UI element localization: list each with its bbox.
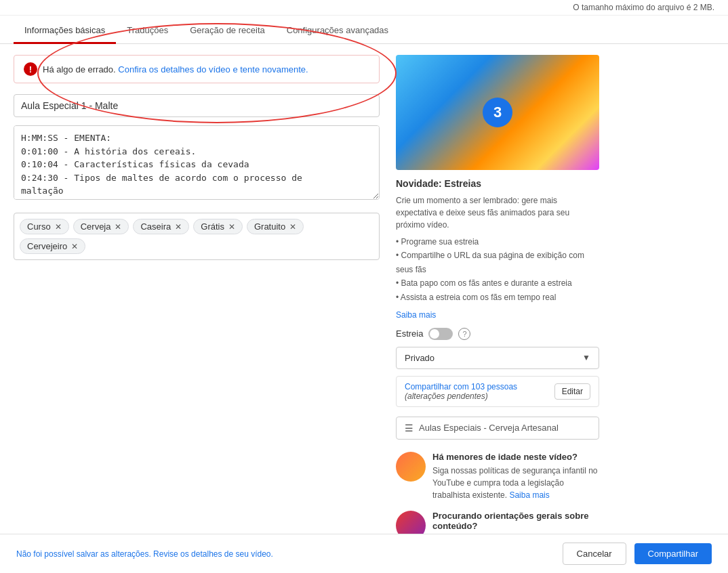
tag-chip: Curso ✕ [20,219,69,234]
tabs-bar: Informações básicas Traduções Geração de… [0,18,728,44]
tag-remove[interactable]: ✕ [228,222,235,232]
visibility-dropdown[interactable]: Privado ▼ [396,347,599,369]
dropdown-value: Privado [405,353,434,363]
tag-remove[interactable]: ✕ [175,222,182,232]
tag-remove[interactable]: ✕ [55,222,62,232]
title-input[interactable] [14,94,380,117]
tags-area: Curso ✕Cerveja ✕Caseira ✕Grátis ✕Gratuit… [14,213,380,260]
share-text: Compartilhar com 103 pessoas (alterações… [405,382,554,401]
error-link[interactable]: Confira os detalhes do vídeo e tente nov… [118,64,308,75]
description-wrapper: H:MM:SS - EMENTA: 0:01:00 - A história d… [14,125,380,202]
tab-configuracoes-avancadas[interactable]: Configurações avançadas [276,18,399,44]
age-body: Siga nossas políticas de segurança infan… [432,465,599,501]
age-avatar [396,452,426,482]
age-text: Há menores de idade neste vídeo? Siga no… [432,452,599,501]
tag-remove[interactable]: ✕ [71,242,78,251]
novidade-list-item-4: • Assista a estreia com os fãs em tempo … [396,291,599,304]
tag-chip: Cervejeiro ✕ [20,238,85,254]
error-banner: ! Há algo de errado. Confira os detalhes… [14,55,380,83]
estreia-label: Estreia [396,328,423,339]
help-icon[interactable]: ? [458,328,470,340]
novidade-list: • Programe sua estreia • Compartilhe o U… [396,235,599,304]
tab-informacoes-basicas[interactable]: Informações básicas [14,18,116,44]
error-message: Há algo de errado. Confira os detalhes d… [43,64,308,75]
novidade-desc: Crie um momento a ser lembrado: gere mai… [396,194,599,231]
age-section: Há menores de idade neste vídeo? Siga no… [396,452,599,501]
playlist-icon: ☰ [405,423,413,433]
playlist-label: Aulas Especiais - Cerveja Artesanal [419,423,559,433]
right-panel: 3 Novidade: Estreias Crie um momento a s… [396,55,599,573]
novidade-list-item-3: • Bata papo com os fãs antes e durante a… [396,276,599,290]
age-saiba-mais[interactable]: Saiba mais [509,490,549,500]
estreia-row: Estreia ? [396,328,599,340]
page-wrapper: O tamanho máximo do arquivo é 2 MB. Info… [0,0,728,573]
share-info-box: Compartilhar com 103 pessoas (alterações… [396,376,599,407]
top-note: O tamanho máximo do arquivo é 2 MB. [0,0,728,16]
dropdown-arrow-icon: ▼ [582,353,590,362]
tag-remove[interactable]: ✕ [289,222,296,232]
thumbnail-badge: 3 [483,98,512,127]
left-panel: ! Há algo de errado. Confira os detalhes… [14,55,380,573]
content-title: Procurando orientações gerais sobre cont… [432,511,599,531]
tag-chip: Caseira ✕ [133,219,189,234]
tag-chip: Grátis ✕ [193,219,243,234]
top-note-text: O tamanho máximo do arquivo é 2 MB. [573,3,714,12]
novidade-list-item-1: • Programe sua estreia [396,235,599,249]
bottom-footer: Não foi possível salvar as alterações. R… [0,534,728,573]
share-button[interactable]: Compartilhar [634,543,712,564]
tag-chip: Cerveja ✕ [73,219,129,234]
novidade-title: Novidade: Estreias [396,178,599,189]
footer-note: Não foi possível salvar as alterações. R… [16,549,273,559]
tag-chip: Gratuito ✕ [247,219,304,234]
cancel-button[interactable]: Cancelar [563,543,626,565]
main-content: ! Há algo de errado. Confira os detalhes… [0,44,728,573]
edit-share-button[interactable]: Editar [554,383,590,400]
error-icon: ! [24,62,37,76]
description-textarea[interactable]: H:MM:SS - EMENTA: 0:01:00 - A história d… [14,125,380,200]
age-title: Há menores de idade neste vídeo? [432,452,599,462]
tag-remove[interactable]: ✕ [115,222,121,232]
estreia-toggle[interactable] [428,328,453,340]
playlist-row[interactable]: ☰ Aulas Especiais - Cerveja Artesanal [396,417,599,440]
saiba-mais-novidade[interactable]: Saiba mais [396,310,436,320]
tab-geracao-receita[interactable]: Geração de receita [179,18,276,44]
novidade-list-item-2: • Compartilhe o URL da sua página de exi… [396,249,599,276]
tab-traducoes[interactable]: Traduções [116,18,179,44]
thumbnail: 3 [396,55,599,170]
